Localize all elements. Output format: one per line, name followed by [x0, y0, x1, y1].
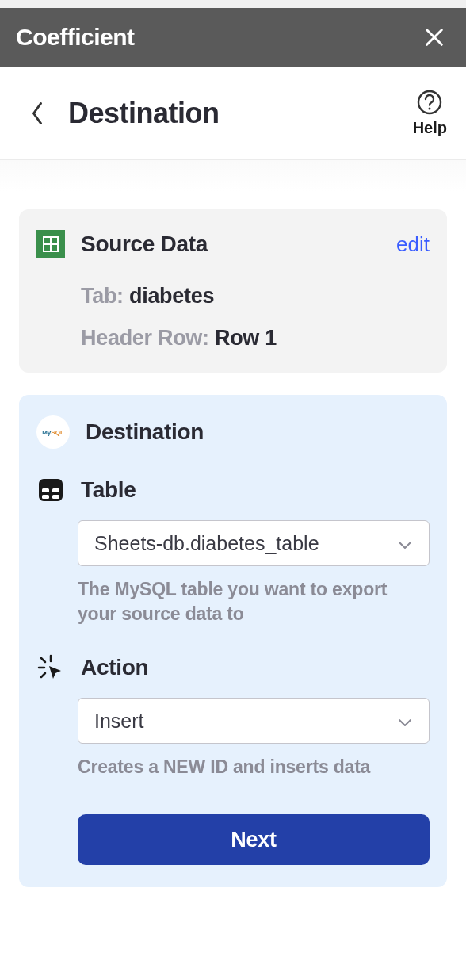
svg-rect-10 [42, 495, 49, 499]
destination-card-title: Destination [86, 419, 204, 445]
svg-rect-11 [52, 495, 59, 499]
source-tab-row: Tab: diabetes [81, 284, 430, 308]
edit-source-link[interactable]: edit [396, 232, 430, 257]
header-row-label: Header Row: [81, 326, 209, 350]
mysql-icon: MySQL [36, 415, 70, 449]
action-select[interactable]: Insert [78, 698, 430, 744]
action-section-title: Action [81, 655, 148, 680]
close-icon [423, 26, 445, 48]
sheets-icon [36, 230, 65, 258]
svg-line-15 [41, 673, 45, 677]
table-select[interactable]: Sheets-db.diabetes_table [78, 520, 430, 566]
chevron-left-icon [29, 101, 46, 126]
table-section: Table Sheets-db.diabetes_table The MySQL… [36, 476, 430, 626]
close-button[interactable] [418, 21, 450, 53]
source-data-card: Source Data edit Tab: diabetes Header Ro… [19, 209, 447, 373]
chevron-down-icon [397, 532, 413, 555]
back-button[interactable] [29, 101, 46, 126]
help-button[interactable]: Help [413, 89, 447, 137]
svg-line-12 [41, 658, 45, 662]
svg-rect-8 [42, 488, 49, 492]
app-title: Coefficient [16, 24, 135, 51]
table-section-title: Table [81, 477, 136, 503]
titlebar: Coefficient [0, 8, 466, 67]
destination-card: MySQL Destination Table [19, 395, 447, 887]
tab-value: diabetes [129, 284, 214, 308]
source-header-row: Header Row: Row 1 [81, 326, 430, 350]
next-button[interactable]: Next [78, 814, 430, 865]
svg-rect-9 [52, 488, 59, 492]
action-helper-text: Creates a NEW ID and inserts data [78, 755, 430, 779]
tab-label: Tab: [81, 284, 124, 308]
table-helper-text: The MySQL table you want to export your … [78, 577, 430, 626]
help-icon [416, 89, 443, 116]
action-icon [36, 653, 65, 682]
content-area: Source Data edit Tab: diabetes Header Ro… [0, 160, 466, 928]
action-select-value: Insert [94, 710, 144, 733]
help-label: Help [413, 119, 447, 137]
source-card-title: Source Data [81, 232, 208, 257]
table-icon [36, 476, 65, 504]
action-section: Action Insert Creates a NEW ID and inser… [36, 653, 430, 865]
subheader: Destination Help [0, 67, 466, 160]
svg-point-3 [429, 108, 431, 110]
page-title: Destination [68, 97, 220, 130]
table-select-value: Sheets-db.diabetes_table [94, 532, 319, 555]
header-row-value: Row 1 [215, 326, 277, 350]
chevron-down-icon [397, 710, 413, 733]
